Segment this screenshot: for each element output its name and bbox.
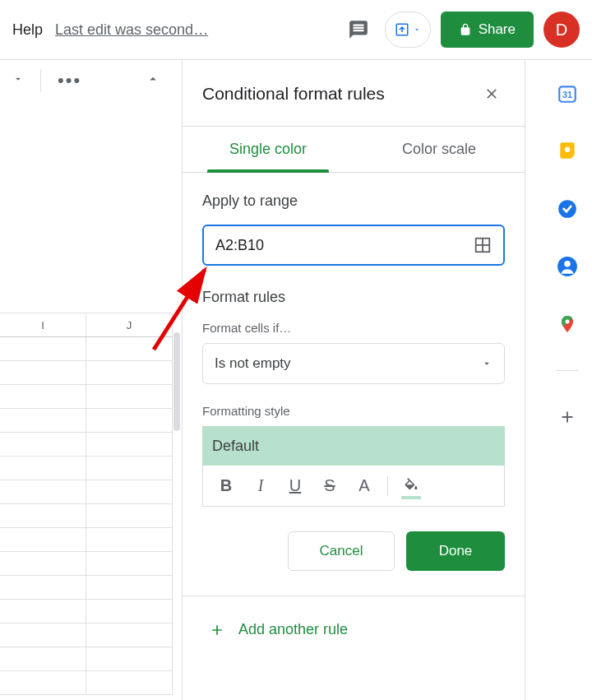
toolbar-icons: Share D	[342, 12, 580, 48]
help-menu[interactable]: Help	[12, 21, 43, 39]
panel-body: Apply to range Format rules Format cells…	[183, 173, 525, 700]
done-button[interactable]: Done	[406, 531, 505, 571]
spreadsheet-grid[interactable]: I J	[0, 313, 173, 695]
range-input-wrapper	[202, 225, 505, 266]
close-icon[interactable]	[479, 81, 505, 107]
keep-icon[interactable]	[556, 140, 579, 163]
format-toolbar: B I U S A	[202, 466, 505, 507]
svg-point-9	[564, 261, 571, 267]
last-edit-link[interactable]: Last edit was second…	[55, 21, 208, 39]
chevron-down-icon	[481, 358, 493, 369]
table-row[interactable]	[0, 647, 173, 671]
table-row[interactable]	[0, 600, 173, 624]
tab-color-scale[interactable]: Color scale	[354, 127, 525, 172]
avatar[interactable]: D	[543, 12, 580, 48]
table-row[interactable]	[0, 409, 173, 433]
plus-icon	[209, 622, 225, 638]
fill-color-button[interactable]	[396, 471, 426, 501]
add-addon-icon[interactable]	[556, 406, 579, 429]
range-input[interactable]	[215, 237, 474, 254]
table-row[interactable]	[0, 385, 173, 409]
right-sidebar: 31	[543, 61, 592, 700]
condition-select[interactable]: Is not empty	[202, 343, 505, 384]
comments-icon[interactable]	[342, 13, 375, 46]
tab-single-color[interactable]: Single color	[183, 127, 354, 172]
divider	[183, 596, 525, 596]
collapse-icon[interactable]	[146, 72, 160, 90]
separator	[387, 476, 388, 496]
sub-toolbar: •••	[0, 60, 173, 101]
formatting-style-label: Formatting style	[202, 404, 505, 418]
column-header[interactable]: I	[0, 313, 86, 336]
scrollbar-thumb[interactable]	[173, 332, 180, 431]
present-button[interactable]	[385, 12, 431, 48]
table-row[interactable]	[0, 480, 173, 504]
panel-title: Conditional format rules	[202, 84, 479, 104]
svg-point-6	[565, 147, 571, 153]
lock-icon	[459, 23, 472, 36]
italic-button[interactable]: I	[246, 471, 275, 501]
panel-header: Conditional format rules	[183, 61, 525, 127]
apply-range-label: Apply to range	[202, 192, 505, 210]
cancel-button[interactable]: Cancel	[288, 531, 395, 571]
underline-button[interactable]: U	[280, 471, 310, 501]
tasks-icon[interactable]	[556, 197, 579, 220]
table-row[interactable]	[0, 552, 173, 576]
table-row[interactable]	[0, 576, 173, 600]
separator	[556, 370, 579, 371]
table-row[interactable]	[0, 528, 173, 552]
format-cells-if-label: Format cells if…	[202, 321, 505, 335]
table-row[interactable]	[0, 337, 173, 361]
separator	[40, 69, 41, 92]
strikethrough-button[interactable]: S	[315, 471, 345, 501]
select-range-icon[interactable]	[474, 236, 492, 254]
share-label: Share	[479, 21, 516, 38]
calendar-icon[interactable]: 31	[556, 82, 579, 105]
table-row[interactable]	[0, 624, 173, 647]
share-button[interactable]: Share	[441, 12, 534, 48]
table-row[interactable]	[0, 671, 173, 695]
condition-value: Is not empty	[215, 355, 481, 372]
column-header[interactable]: J	[86, 313, 173, 336]
panel-tabs: Single color Color scale	[183, 127, 525, 173]
table-row[interactable]	[0, 361, 173, 385]
svg-point-10	[566, 320, 570, 324]
table-row[interactable]	[0, 504, 173, 528]
toolbar-dropdown[interactable]	[12, 73, 24, 88]
table-row[interactable]	[0, 457, 173, 480]
more-icon[interactable]: •••	[58, 70, 81, 91]
style-preview[interactable]: Default	[202, 426, 505, 466]
contacts-icon[interactable]	[556, 255, 579, 278]
conditional-format-panel: Conditional format rules Single color Co…	[182, 61, 525, 700]
bold-button[interactable]: B	[211, 471, 241, 501]
column-headers: I J	[0, 313, 173, 337]
chevron-down-icon	[413, 25, 421, 34]
format-rules-label: Format rules	[202, 289, 505, 306]
action-row: Cancel Done	[202, 531, 505, 571]
add-rule-button[interactable]: Add another rule	[202, 616, 505, 643]
top-bar: Help Last edit was second… Share D	[0, 0, 592, 60]
maps-icon[interactable]	[556, 313, 579, 336]
text-color-button[interactable]: A	[349, 471, 379, 501]
svg-text:31: 31	[562, 90, 572, 100]
add-rule-label: Add another rule	[238, 621, 348, 638]
table-row[interactable]	[0, 433, 173, 457]
